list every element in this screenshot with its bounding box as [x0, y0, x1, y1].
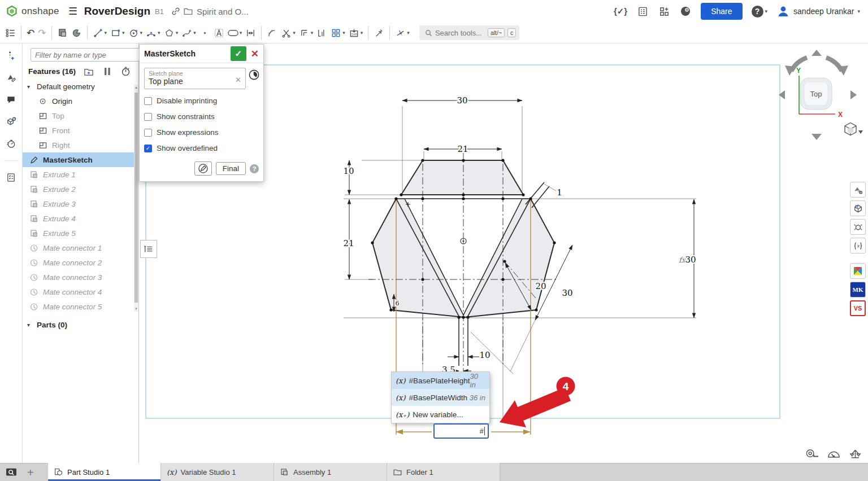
checkbox-row-show-expressions[interactable]: Show expressions [144, 128, 259, 137]
mass-properties-icon[interactable] [848, 448, 862, 460]
suppress-pause-icon[interactable] [104, 67, 111, 76]
tree-item-right[interactable]: Right [23, 138, 138, 152]
view-options-caret[interactable] [858, 130, 863, 134]
breadcrumb[interactable]: Spirit and O... [197, 7, 249, 16]
show-tabs-icon[interactable] [6, 467, 17, 478]
point-tool-button[interactable] [198, 26, 212, 40]
pattern-tool-button[interactable]: ▾ [329, 26, 347, 40]
dimension-value-input[interactable]: # [433, 423, 489, 439]
variable-option-BasePlateHeight[interactable]: (x)#BasePlateHeight30 in [392, 372, 489, 389]
search-tools-input[interactable] [435, 29, 485, 37]
featurescript-icon[interactable]: {✓} [614, 6, 627, 16]
sketch-list-toggle-button[interactable] [140, 240, 157, 258]
rotate-left-arrow[interactable] [779, 90, 785, 99]
notes-panel-button[interactable] [6, 172, 16, 183]
tree-item-mate-connector-1[interactable]: Mate connector 1 [23, 240, 138, 255]
versions-panel-button[interactable] [6, 50, 16, 61]
learning-center-icon[interactable] [679, 5, 692, 18]
offset-tool-button[interactable]: ▾ [297, 26, 315, 40]
tree-section-header[interactable]: ▾Default geometry [23, 79, 138, 94]
feature-tree-scrollbar[interactable]: ▴ ▾ [134, 85, 138, 312]
vs-app-button[interactable]: VS [850, 300, 866, 316]
tree-item-mastersketch[interactable]: MasterSketch [23, 152, 138, 167]
version-label[interactable]: B1 [155, 7, 164, 16]
add-tab-button[interactable]: + [27, 466, 34, 479]
transform-tool-button[interactable] [372, 26, 386, 40]
document-title[interactable]: RoverDesign [84, 5, 150, 18]
tree-item-extrude-3[interactable]: Extrude 3 [23, 196, 138, 211]
isometric-cube-icon[interactable] [845, 123, 856, 136]
text-tool-button[interactable] [212, 26, 226, 40]
feature-list-tool-button[interactable] [3, 26, 18, 40]
tree-item-extrude-5[interactable]: Extrude 5 [23, 226, 138, 240]
tape-measure-icon[interactable] [805, 448, 819, 460]
trapezoid-profile[interactable] [401, 160, 523, 195]
checkbox[interactable] [144, 97, 152, 105]
redo-tool-button[interactable]: ↷ [36, 25, 47, 41]
fillet-tool-button[interactable] [265, 26, 279, 40]
onshape-logo[interactable]: onshape [6, 5, 59, 18]
rollback-timer-icon[interactable] [121, 67, 131, 76]
tree-item-extrude-2[interactable]: Extrude 2 [23, 182, 138, 196]
tilt-up-arrow[interactable] [811, 50, 822, 56]
tree-item-top[interactable]: Top [23, 108, 138, 123]
named-views-button[interactable] [850, 200, 866, 216]
tab-part-studio-1[interactable]: Part Studio 1 [48, 463, 161, 481]
variable-option-New variable[interactable]: (x₊)New variable... [392, 406, 489, 423]
tilt-down-arrow[interactable] [811, 134, 822, 140]
view-cube[interactable]: Top Y X [778, 46, 863, 143]
hamburger-menu-icon[interactable]: ☰ [68, 5, 77, 18]
dim-bottom-10[interactable]: 10 [479, 350, 490, 360]
apps-icon[interactable] [658, 5, 670, 18]
checkbox-row-show-constraints[interactable]: Show constraints [144, 112, 259, 121]
cancel-icon[interactable]: ✕ [251, 48, 259, 60]
rotate-right-arrow[interactable] [850, 90, 857, 99]
dim-slot-20[interactable]: 20 [535, 281, 546, 291]
search-tools[interactable]: alt/~ c [419, 25, 519, 40]
checkbox-row-disable-imprinting[interactable]: Disable imprinting [144, 97, 259, 105]
polygon-tool-button[interactable]: ▾ [162, 26, 180, 40]
exploded-view-button[interactable] [850, 219, 866, 235]
clear-selection-icon[interactable]: ✕ [235, 76, 241, 84]
dim-left-height[interactable]: 21 [343, 238, 354, 248]
feature-filter-input[interactable] [31, 48, 140, 62]
construction-tool-button[interactable]: ▾ [393, 26, 411, 40]
final-button[interactable]: Final [216, 162, 246, 175]
tree-item-mate-connector-5[interactable]: Mate connector 5 [23, 299, 138, 314]
sketch-mode-button[interactable] [194, 161, 212, 176]
help-menu[interactable]: ? ▾ [752, 6, 768, 18]
rollback-clock-icon[interactable] [248, 69, 260, 81]
accept-button[interactable]: ✓ [231, 46, 246, 61]
featurescript-button[interactable]: x [850, 238, 866, 253]
link-icon[interactable] [170, 5, 182, 18]
slot-tool-button[interactable]: ▾ [226, 26, 244, 40]
appearance-panel-button[interactable] [6, 72, 16, 83]
rect-tool-button[interactable]: ▾ [108, 26, 127, 40]
dim-fx-value[interactable]: 30 [685, 255, 696, 265]
measure-tool-button[interactable] [315, 26, 329, 40]
checkbox[interactable] [144, 129, 152, 137]
dim-small-6[interactable]: 6 [396, 300, 400, 307]
dim-trap-height[interactable]: 10 [343, 166, 354, 176]
render-appearance-button[interactable] [850, 182, 866, 198]
checkbox-row-show-overdefined[interactable]: ✓Show overdefined [144, 144, 259, 152]
tab-folder-1[interactable]: Folder 1 [387, 463, 500, 481]
dim-strip-1[interactable]: 1 [557, 187, 562, 198]
tree-item-mate-connector-4[interactable]: Mate connector 4 [23, 285, 138, 299]
sketch-plane-field[interactable]: Sketch plane Top plane ✕ [144, 68, 246, 89]
dialog-help-icon[interactable]: ? [250, 164, 259, 173]
spline-tool-button[interactable]: ▾ [180, 26, 198, 40]
parts-section-header[interactable]: ▾ Parts (0) [23, 317, 138, 332]
share-button[interactable]: Share [701, 3, 742, 20]
dim-diag-30[interactable]: 30 [562, 288, 572, 298]
protractor-icon[interactable] [827, 448, 841, 460]
user-menu[interactable]: sandeep Urankar ▾ [776, 5, 860, 18]
dxf-tool-button[interactable]: DXF▾ [347, 26, 365, 40]
checkbox[interactable] [144, 113, 152, 121]
trim-tool-button[interactable]: ▾ [279, 26, 297, 40]
release-tasks-icon[interactable] [636, 5, 649, 18]
comment-panel-button[interactable] [6, 94, 16, 105]
undo-tool-button[interactable]: ↶ [25, 25, 36, 41]
tree-item-mate-connector-3[interactable]: Mate connector 3 [23, 270, 138, 285]
tree-item-origin[interactable]: Origin [23, 94, 138, 108]
